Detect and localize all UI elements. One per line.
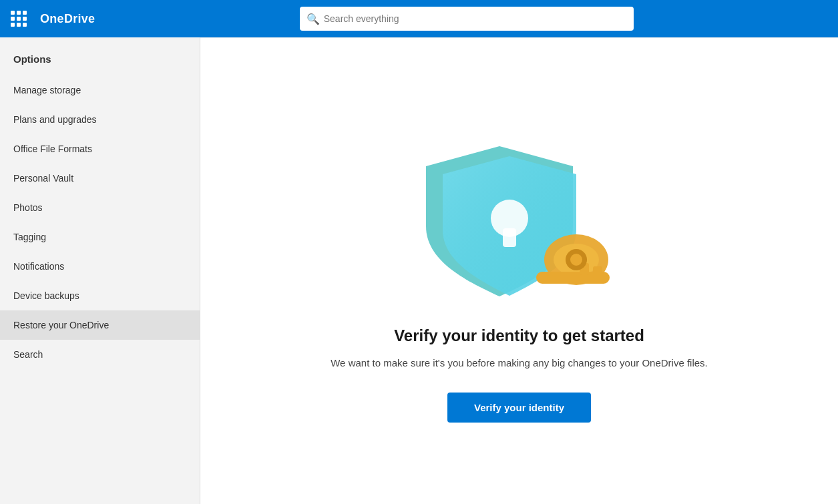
search-icon: 🔍 [306,13,320,25]
main-layout: Options Manage storage Plans and upgrade… [0,37,838,504]
verify-identity-button[interactable]: Verify your identity [447,393,591,423]
apps-grid-icon[interactable] [11,11,27,27]
verify-description: We want to make sure it's you before mak… [331,356,708,371]
app-header: OneDrive 🔍 [0,0,838,37]
app-logo: OneDrive [40,12,95,26]
sidebar-item-plans-upgrades[interactable]: Plans and upgrades [0,105,200,134]
verify-illustration [413,119,626,306]
search-bar: 🔍 [300,7,634,31]
sidebar-item-tagging[interactable]: Tagging [0,222,200,252]
svg-point-8 [570,254,582,266]
sidebar-item-photos[interactable]: Photos [0,193,200,222]
sidebar: Options Manage storage Plans and upgrade… [0,37,200,504]
shield-key-illustration [413,119,626,306]
sidebar-item-restore-onedrive[interactable]: Restore your OneDrive [0,310,200,340]
svg-rect-1 [503,228,516,247]
main-content: Verify your identity to get started We w… [200,37,838,504]
verify-title: Verify your identity to get started [394,326,644,345]
sidebar-item-office-file-formats[interactable]: Office File Formats [0,134,200,164]
search-input[interactable] [300,7,634,31]
sidebar-options-label: Options [0,48,200,75]
sidebar-item-device-backups[interactable]: Device backups [0,281,200,310]
sidebar-item-manage-storage[interactable]: Manage storage [0,75,200,105]
sidebar-item-notifications[interactable]: Notifications [0,252,200,281]
sidebar-item-search[interactable]: Search [0,340,200,369]
svg-rect-5 [593,266,602,278]
sidebar-item-personal-vault[interactable]: Personal Vault [0,164,200,193]
